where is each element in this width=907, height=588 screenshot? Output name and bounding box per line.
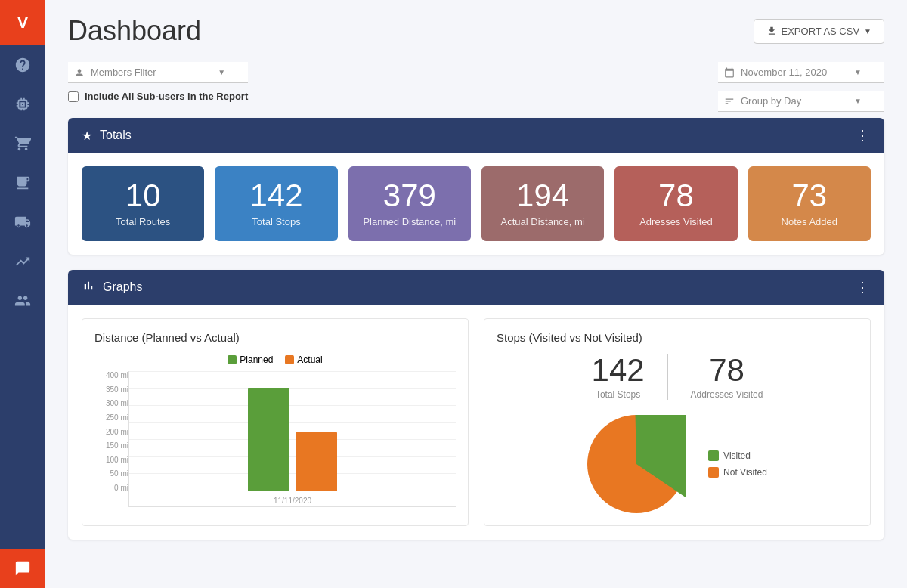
planned-num: 379 [359, 180, 460, 212]
graphs-section: Graphs ⋮ Distance (Planned vs Actual) Pl… [68, 270, 884, 540]
actual-num: 194 [492, 180, 593, 212]
total-card-routes: 10 Total Routes [82, 166, 204, 241]
legend-actual: Actual [285, 354, 322, 365]
legend-not-visited-box [708, 467, 719, 478]
legend-planned-box [228, 355, 237, 364]
pie-addresses-num: 78 [691, 354, 763, 386]
totals-grid: 10 Total Routes 142 Total Stops 379 Plan… [68, 153, 884, 255]
graphs-header-left: Graphs [82, 279, 142, 296]
sidebar-item-vehicles[interactable] [0, 203, 45, 242]
export-csv-button[interactable]: EXPORT AS CSV ▼ [754, 19, 884, 44]
members-filter-arrow: ▼ [218, 68, 225, 76]
pie-legend-visited: Visited [708, 450, 767, 461]
stops-num: 142 [225, 180, 327, 212]
planned-label: Planned Distance, mi [359, 216, 460, 227]
totals-section: ★ Totals ⋮ 10 Total Routes 142 Total Sto… [68, 118, 884, 255]
graphs-inner: Distance (Planned vs Actual) Planned Act… [68, 305, 884, 540]
pie-addresses-label: Addresses Visited [691, 389, 763, 400]
legend-not-visited-label: Not Visited [723, 467, 767, 478]
notes-num: 73 [759, 180, 860, 212]
pie-chart-svg [587, 415, 686, 513]
sidebar-chat[interactable] [0, 549, 45, 588]
total-card-addresses: 78 Adresses Visited [614, 166, 737, 241]
y-axis: 400 mi 350 mi 300 mi 250 mi 200 mi 150 m… [94, 371, 128, 507]
addresses-num: 78 [625, 180, 726, 212]
bar-chart-title: Distance (Planned vs Actual) [94, 331, 456, 344]
include-subusers-row: Include All Sub-users in the Report [68, 91, 248, 102]
sidebar-item-orders[interactable] [0, 124, 45, 163]
sidebar-item-help[interactable] [0, 45, 45, 85]
export-chevron-icon: ▼ [864, 27, 871, 36]
pie-legend-not-visited: Not Visited [708, 467, 767, 478]
legend-planned-label: Planned [240, 354, 273, 365]
date-filter-arrow: ▼ [854, 68, 862, 76]
pie-stats: 142 Total Stops 78 Addresses Visited [497, 354, 858, 400]
bar-actual [296, 432, 337, 492]
notes-label: Notes Added [759, 216, 860, 227]
group-by-arrow: ▼ [854, 97, 862, 105]
legend-visited-label: Visited [723, 450, 751, 461]
actual-label: Actual Distance, mi [492, 216, 593, 227]
date-filter-label: November 11, 2020 [741, 67, 827, 78]
include-subusers-label: Include All Sub-users in the Report [85, 91, 248, 102]
page-title: Dashboard [68, 15, 201, 47]
pie-chart-panel: Stops (Visited vs Not Visited) 142 Total… [484, 318, 871, 526]
graphs-title: Graphs [103, 280, 142, 294]
filter-left: Members Filter ▼ Include All Sub-users i… [68, 62, 248, 102]
total-card-notes: 73 Notes Added [748, 166, 871, 241]
export-label: EXPORT AS CSV [782, 26, 860, 37]
x-axis-label: 11/11/2020 [129, 497, 456, 505]
graphs-menu-icon[interactable]: ⋮ [856, 279, 871, 296]
sidebar-item-routes[interactable] [0, 85, 45, 124]
group-by-dropdown[interactable]: Group by Day ▼ [718, 91, 884, 112]
pie-stat-stops: 142 Total Stops [569, 354, 667, 400]
include-subusers-checkbox[interactable] [68, 91, 79, 102]
total-card-planned: 379 Planned Distance, mi [348, 166, 471, 241]
graphs-header: Graphs ⋮ [68, 270, 884, 305]
page-header: Dashboard EXPORT AS CSV ▼ [68, 15, 884, 47]
main-content: Dashboard EXPORT AS CSV ▼ Members Filter… [45, 0, 907, 588]
pie-stat-addresses: 78 Addresses Visited [668, 354, 786, 400]
pie-chart-row: Visited Not Visited [497, 415, 858, 513]
date-filter-dropdown[interactable]: November 11, 2020 ▼ [718, 62, 884, 83]
sidebar-logo[interactable]: V [0, 0, 45, 45]
members-filter-label: Members Filter [91, 67, 156, 78]
total-card-actual: 194 Actual Distance, mi [481, 166, 604, 241]
pie-panel-inner: 142 Total Stops 78 Addresses Visited [497, 354, 858, 513]
totals-menu-icon[interactable]: ⋮ [856, 127, 871, 144]
routes-num: 10 [92, 180, 193, 212]
svg-point-1 [587, 415, 686, 513]
pie-legend: Visited Not Visited [708, 450, 767, 478]
sidebar-item-dispatch[interactable] [0, 163, 45, 203]
bar-chart: 400 mi 350 mi 300 mi 250 mi 200 mi 150 m… [94, 371, 456, 507]
legend-actual-box [285, 355, 294, 364]
chart-area: 11/11/2020 [128, 371, 456, 507]
filter-right: November 11, 2020 ▼ Group by Day ▼ [718, 62, 884, 112]
totals-title: Totals [100, 128, 132, 142]
totals-header: ★ Totals ⋮ [68, 118, 884, 153]
bar-chart-panel: Distance (Planned vs Actual) Planned Act… [82, 318, 469, 526]
totals-star-icon: ★ [82, 128, 92, 143]
legend-actual-label: Actual [297, 354, 322, 365]
pie-total-stops-num: 142 [592, 354, 645, 386]
graphs-bar-icon [82, 279, 95, 296]
pie-total-stops-label: Total Stops [592, 389, 645, 400]
addresses-label: Adresses Visited [625, 216, 726, 227]
sidebar-item-users[interactable] [0, 281, 45, 320]
bar-planned [248, 388, 289, 491]
bars-row [137, 371, 448, 491]
legend-planned: Planned [228, 354, 273, 365]
total-card-stops: 142 Total Stops [215, 166, 337, 241]
totals-header-left: ★ Totals [82, 128, 132, 143]
filters-row: Members Filter ▼ Include All Sub-users i… [68, 62, 884, 112]
group-by-label: Group by Day [741, 95, 801, 107]
members-filter-dropdown[interactable]: Members Filter ▼ [68, 62, 248, 83]
pie-chart-title: Stops (Visited vs Not Visited) [497, 331, 858, 344]
bar-chart-legend: Planned Actual [94, 354, 456, 365]
sidebar: V [0, 0, 45, 588]
legend-visited-box [708, 450, 719, 461]
routes-label: Total Routes [92, 216, 193, 227]
sidebar-item-analytics[interactable] [0, 242, 45, 281]
stops-label: Total Stops [225, 216, 327, 227]
